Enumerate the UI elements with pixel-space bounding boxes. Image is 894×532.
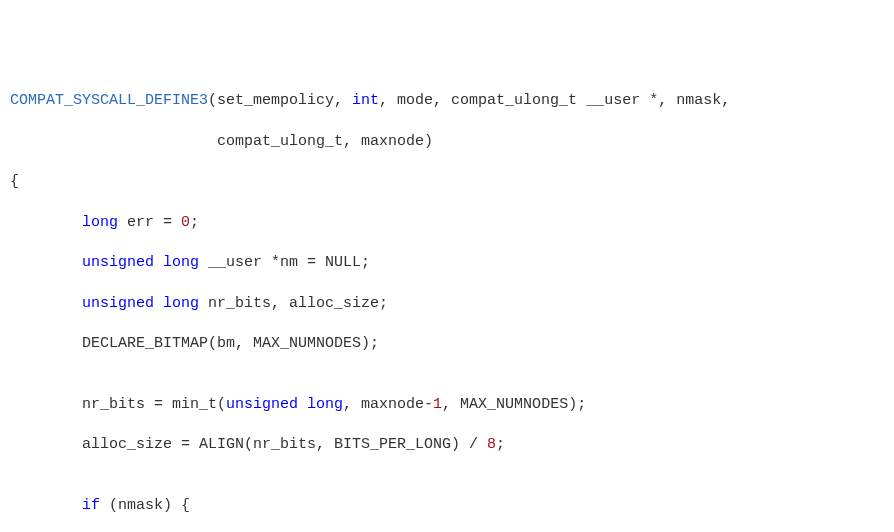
code-text: nr_bits = min_t(	[10, 396, 226, 413]
type-keyword: long	[82, 214, 118, 231]
code-line: unsigned long __user *nm = NULL;	[10, 253, 884, 273]
indent	[10, 295, 82, 312]
indent	[10, 214, 82, 231]
code-text: DECLARE_BITMAP(bm, MAX_NUMNODES);	[10, 335, 379, 352]
indent	[10, 497, 82, 514]
code-text: nr_bits, alloc_size;	[199, 295, 388, 312]
type-keyword: unsigned long	[82, 295, 199, 312]
code-line: alloc_size = ALIGN(nr_bits, BITS_PER_LON…	[10, 435, 884, 455]
type-keyword: unsigned long	[82, 254, 199, 271]
keyword-if: if	[82, 497, 100, 514]
code-text: __user *nm = NULL;	[199, 254, 370, 271]
code-line: unsigned long nr_bits, alloc_size;	[10, 294, 884, 314]
code-text: (set_mempolicy,	[208, 92, 352, 109]
type-keyword: int	[352, 92, 379, 109]
macro-name: COMPAT_SYSCALL_DEFINE3	[10, 92, 208, 109]
code-line: nr_bits = min_t(unsigned long, maxnode-1…	[10, 395, 884, 415]
number-literal: 0	[181, 214, 190, 231]
code-text: alloc_size = ALIGN(nr_bits, BITS_PER_LON…	[10, 436, 487, 453]
number-literal: 8	[487, 436, 496, 453]
brace: {	[10, 173, 19, 190]
code-text: ;	[496, 436, 505, 453]
code-line: long err = 0;	[10, 213, 884, 233]
code-text: , MAX_NUMNODES);	[442, 396, 586, 413]
code-line: DECLARE_BITMAP(bm, MAX_NUMNODES);	[10, 334, 884, 354]
code-text: , maxnode-	[343, 396, 433, 413]
code-line: if (nmask) {	[10, 496, 884, 516]
code-text: compat_ulong_t, maxnode)	[10, 133, 433, 150]
code-line: compat_ulong_t, maxnode)	[10, 132, 884, 152]
code-text: ;	[190, 214, 199, 231]
code-text: (nmask) {	[100, 497, 190, 514]
code-text: err =	[118, 214, 181, 231]
type-keyword: unsigned long	[226, 396, 343, 413]
code-line: {	[10, 172, 884, 192]
code-text: , mode, compat_ulong_t __user *, nmask,	[379, 92, 730, 109]
code-line: COMPAT_SYSCALL_DEFINE3(set_mempolicy, in…	[10, 91, 884, 111]
number-literal: 1	[433, 396, 442, 413]
indent	[10, 254, 82, 271]
